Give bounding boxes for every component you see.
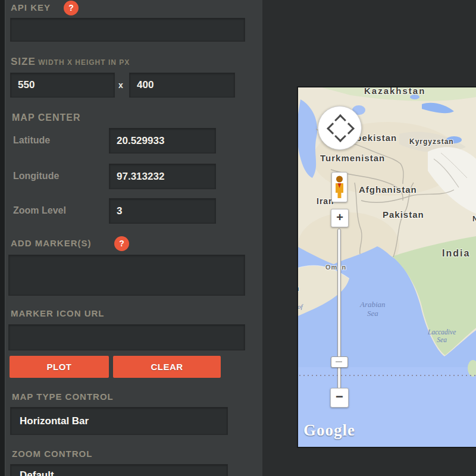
graticule-dashed-line (299, 375, 476, 376)
pan-control[interactable] (318, 106, 362, 150)
width-input[interactable] (10, 73, 115, 98)
map-type-select-value: Horizontal Bar (20, 415, 89, 427)
sea-label-laccadive: Laccadive Sea (428, 328, 456, 344)
sea-label-arabian-line1: Arabian (360, 300, 386, 309)
country-label-oman: Oman (325, 264, 346, 271)
latitude-label: Latitude (13, 135, 50, 146)
sea-label-fragment-of: of (298, 303, 303, 311)
size-label-row: SIZE WIDTH X HEIGHT IN PX (11, 56, 130, 68)
country-label-pakistan: Pakistan (383, 209, 424, 220)
map-type-control-label: MAP TYPE CONTROL (12, 392, 114, 402)
sea-label-arabian: Arabian Sea (360, 300, 386, 318)
api-key-label: API KEY (11, 2, 51, 12)
plus-icon: + (336, 211, 343, 224)
zoom-level-label: Zoom Level (13, 205, 66, 216)
zoom-out-button[interactable]: − (330, 388, 349, 408)
country-label-kazakhstan: Kazakhstan (364, 87, 425, 96)
size-separator: x (118, 80, 123, 90)
pan-down-icon[interactable] (334, 130, 346, 142)
marker-icon-url-input[interactable] (8, 324, 245, 350)
longitude-label: Longitude (13, 171, 59, 181)
sea-label-laccadive-line2: Sea (428, 336, 456, 344)
zoom-slider-handle[interactable] (331, 356, 348, 368)
pan-up-icon[interactable] (334, 114, 346, 126)
add-markers-label: ADD MARKER(S) (11, 238, 92, 248)
zoom-control-select[interactable]: Default (10, 464, 228, 476)
pegman-icon (332, 173, 347, 202)
size-sublabel: WIDTH X HEIGHT IN PX (38, 58, 130, 67)
latitude-input[interactable] (109, 128, 216, 154)
page-left-edge (0, 0, 5, 476)
country-label-nepal-clipped: N (472, 214, 476, 223)
pan-left-icon[interactable] (327, 123, 339, 134)
country-label-kyrgyzstan: Kyrgyzstan (409, 137, 454, 146)
add-markers-help-icon[interactable]: ? (114, 236, 129, 251)
pan-right-icon[interactable] (343, 123, 355, 134)
clear-button[interactable]: CLEAR (113, 356, 221, 378)
minus-icon: − (336, 389, 343, 404)
zoom-control-select-value: Default (20, 469, 54, 476)
api-key-help-icon[interactable]: ? (64, 1, 79, 15)
longitude-input[interactable] (109, 164, 216, 189)
country-label-india: India (442, 248, 470, 259)
zoom-control-label: ZOOM CONTROL (12, 449, 92, 459)
country-label-fragment: n (298, 284, 299, 293)
google-logo[interactable]: Google (303, 421, 355, 440)
plot-button[interactable]: PLOT (10, 356, 109, 378)
country-label-turkmenistan: Turkmenistan (320, 153, 385, 163)
map-type-select[interactable]: Horizontal Bar (10, 407, 228, 435)
height-input[interactable] (129, 73, 235, 98)
api-key-input[interactable] (10, 18, 245, 42)
zoom-level-input[interactable] (109, 198, 216, 224)
sea-label-arabian-line2: Sea (360, 309, 386, 318)
map-center-label: MAP CENTER (12, 112, 81, 123)
add-markers-textarea[interactable] (8, 255, 245, 296)
country-label-afghanistan: Afghanistan (359, 184, 417, 195)
marker-icon-url-label: MARKER ICON URL (11, 308, 105, 318)
sea-label-laccadive-line1: Laccadive (428, 328, 456, 336)
pegman-control[interactable] (331, 172, 347, 202)
size-label: SIZE (11, 56, 36, 67)
zoom-in-button[interactable]: + (331, 209, 349, 227)
